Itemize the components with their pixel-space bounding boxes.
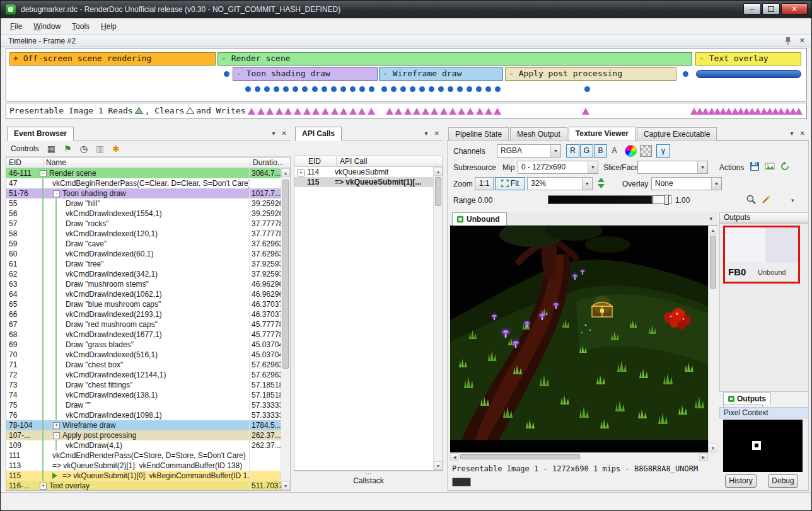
browse-icon[interactable]: ▦: [47, 144, 55, 153]
splitter-grip-icon[interactable]: ⋯: [294, 471, 443, 476]
write-marker[interactable]: [725, 108, 733, 115]
event-row[interactable]: 62vkCmdDrawIndexed(342,1)37.92593: [6, 269, 281, 279]
timeline-bar[interactable]: - Apply post processing: [505, 67, 676, 81]
draw-dot[interactable]: [438, 86, 444, 92]
tree-expander[interactable]: +: [298, 169, 304, 176]
draw-dot[interactable]: [457, 86, 463, 92]
write-marker[interactable]: [284, 108, 292, 115]
write-marker[interactable]: [386, 108, 393, 115]
draw-dot[interactable]: [495, 86, 501, 92]
range-handle[interactable]: [664, 195, 669, 205]
channel-a-button[interactable]: A: [608, 144, 621, 158]
event-browser-scrollbar[interactable]: ▲ ▼: [281, 168, 290, 490]
draw-span[interactable]: [696, 70, 801, 78]
event-browser-header[interactable]: EID Name Duratio...: [6, 158, 290, 168]
checkerboard-icon[interactable]: [640, 145, 652, 157]
close-panel-icon[interactable]: ✕: [282, 130, 287, 137]
write-marker[interactable]: [395, 108, 402, 115]
write-marker[interactable]: [795, 108, 803, 115]
event-row[interactable]: 58vkCmdDrawIndexed(120,1)37.77778: [6, 229, 281, 239]
mip-select[interactable]: 0 - 1272x690▾: [518, 161, 598, 174]
draw-dot[interactable]: [683, 71, 688, 77]
draw-dot[interactable]: [467, 86, 472, 92]
draw-dot[interactable]: [302, 86, 308, 92]
zoom-select[interactable]: 32%▾: [527, 177, 593, 190]
slice-face-select[interactable]: ▾: [637, 161, 708, 174]
col-eid[interactable]: EID: [308, 157, 321, 166]
find-star-icon[interactable]: ✱: [112, 144, 120, 153]
event-row[interactable]: 76vkCmdDrawIndexed(1098,1)57.33333: [6, 410, 281, 420]
draw-dot[interactable]: [369, 86, 374, 92]
menu-file[interactable]: File: [4, 20, 28, 33]
tab-unbound[interactable]: Unbound: [452, 212, 507, 226]
write-marker[interactable]: [422, 108, 429, 115]
zoom-range-icon[interactable]: [746, 194, 757, 207]
tree-expander[interactable]: -: [53, 432, 60, 439]
channel-r-button[interactable]: R: [566, 144, 579, 158]
draw-dot[interactable]: [381, 86, 387, 92]
timeline-bar[interactable]: + Off-screen scene rendering: [9, 52, 216, 66]
scrollbar-thumb[interactable]: [460, 454, 580, 459]
event-row[interactable]: 57Draw "rocks"37.77778: [6, 219, 281, 229]
timeline-bar[interactable]: - Render scene: [218, 52, 692, 66]
timeline-bars[interactable]: + Off-screen scene rendering- Render sce…: [6, 48, 807, 101]
channel-b-button[interactable]: B: [594, 144, 607, 158]
draw-dot[interactable]: [359, 86, 365, 92]
texture-display[interactable]: [450, 226, 708, 452]
write-marker[interactable]: [303, 108, 311, 115]
draw-dot[interactable]: [485, 86, 491, 92]
tab-pipeline-state[interactable]: Pipeline State: [448, 127, 509, 141]
panel-menu-icon[interactable]: ▾: [272, 130, 276, 137]
write-marker[interactable]: [368, 108, 375, 115]
tab-texture-viewer[interactable]: Texture Viewer: [569, 127, 635, 141]
write-marker[interactable]: [340, 108, 347, 115]
event-row[interactable]: 107-...-Apply post processing262.37...: [6, 430, 281, 440]
event-row[interactable]: 113=> vkQueueSubmit(2)[1]: vkEndCommandB…: [6, 461, 281, 471]
fit-button[interactable]: Fit: [495, 177, 525, 190]
event-row[interactable]: 78-104+Wireframe draw1784.5...: [6, 420, 281, 430]
draw-dot[interactable]: [584, 86, 590, 92]
history-button[interactable]: History: [725, 474, 757, 488]
api-row[interactable]: +114vkQueueSubmit: [294, 167, 433, 177]
draw-dot[interactable]: [322, 86, 327, 92]
fb0-thumbnail[interactable]: FB0 Unbound: [723, 226, 800, 284]
event-row[interactable]: 61Draw "tree"37.92593: [6, 259, 281, 269]
menu-help[interactable]: Help: [95, 20, 122, 33]
event-row[interactable]: 74vkCmdDrawIndexed(138,1)57.18518: [6, 390, 281, 400]
draw-dot[interactable]: [255, 86, 260, 92]
bookmark-flag-icon[interactable]: ⚑: [64, 144, 72, 153]
close-panel-icon[interactable]: ✕: [434, 130, 439, 137]
draw-dot[interactable]: [419, 86, 425, 92]
color-wheel-icon[interactable]: [625, 145, 637, 157]
event-row[interactable]: 56vkCmdDrawIndexed(1554,1)39.25926: [6, 209, 281, 219]
tab-event-browser[interactable]: Event Browser: [7, 127, 74, 141]
panel-menu-icon[interactable]: ▾: [425, 130, 428, 137]
draw-dot[interactable]: [400, 86, 406, 92]
write-marker[interactable]: [312, 108, 320, 115]
close-panel-icon[interactable]: ✕: [800, 130, 805, 137]
scroll-up-icon[interactable]: ▲: [709, 226, 717, 234]
event-row[interactable]: 115=> vkQueueSubmit(1)[0]: vkBeginComman…: [6, 471, 281, 481]
timeline-bar[interactable]: - Text overlay: [695, 52, 801, 66]
draw-dot[interactable]: [312, 86, 318, 92]
event-row[interactable]: 47vkCmdBeginRenderPass(C=Clear, D=Clear,…: [6, 178, 281, 188]
write-marker[interactable]: [702, 108, 709, 115]
event-row[interactable]: 63Draw "mushroom stems"46.96296: [6, 279, 281, 289]
api-calls-header[interactable]: EID API Call: [294, 156, 443, 167]
pin-icon[interactable]: [784, 37, 792, 47]
timeline-bar[interactable]: - Toon shading draw: [233, 67, 378, 81]
zoom-1to1-button[interactable]: 1:1: [475, 177, 494, 190]
scroll-left-icon[interactable]: ◀: [450, 453, 459, 461]
scroll-up-icon[interactable]: ▲: [281, 168, 290, 177]
draw-dot[interactable]: [283, 86, 289, 92]
tree-expander[interactable]: -: [40, 170, 47, 177]
tab-outputs[interactable]: Outputs: [723, 393, 771, 405]
minimize-button[interactable]: –: [743, 3, 761, 14]
stats-chart-icon[interactable]: ▥: [96, 144, 104, 153]
write-marker[interactable]: [582, 108, 589, 115]
draw-dot[interactable]: [476, 86, 482, 92]
event-row[interactable]: 69Draw "grass blades"45.03704: [6, 340, 281, 350]
menu-window[interactable]: Window: [28, 20, 66, 33]
event-row[interactable]: 116-...+Text overlay511.7037: [6, 481, 281, 490]
scroll-down-icon[interactable]: ▼: [709, 444, 717, 452]
